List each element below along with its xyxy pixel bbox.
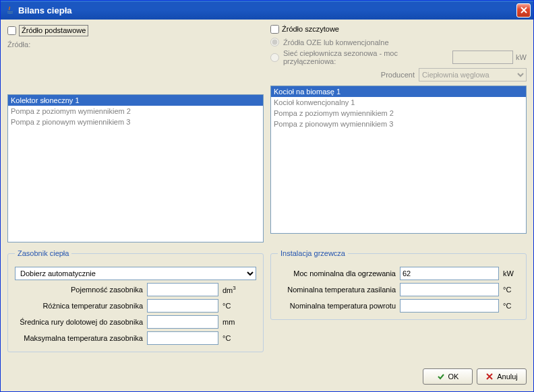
- install-power-input[interactable]: [400, 267, 499, 280]
- install-power-unit: kW: [503, 269, 519, 277]
- radio-oze-label: Źródła OZE lub konwencjonalne: [283, 38, 389, 46]
- java-icon: [5, 5, 16, 15]
- source-peak-label: Źródło szczytowe: [282, 25, 341, 34]
- list-item[interactable]: Kocioł na biomasę 1: [271, 86, 526, 97]
- ok-button[interactable]: OK: [423, 368, 473, 385]
- install-returntemp-input[interactable]: [400, 299, 499, 313]
- radio-oze-row: Źródła OZE lub konwencjonalne: [270, 38, 527, 46]
- tank-capacity-row: Pojemność zasobnika dm3: [15, 283, 256, 296]
- tank-pipediam-label: Średnica rury dolotowej do zasobnika: [15, 318, 143, 326]
- tank-tempdiff-input[interactable]: [147, 299, 218, 313]
- net-power-unit: kW: [516, 53, 527, 61]
- close-button[interactable]: [516, 3, 531, 18]
- install-returntemp-unit: °C: [503, 302, 519, 310]
- producer-label: Producent: [381, 71, 415, 79]
- list-item[interactable]: Kocioł konwencjonalny 1: [271, 97, 526, 108]
- tank-maxtemp-row: Maksymalna temperatura zasobnika °C: [15, 331, 256, 345]
- button-bar: OK Anuluj: [1, 363, 533, 391]
- tank-legend: Zasobnik ciepła: [15, 249, 71, 257]
- list-item[interactable]: Kolektor słoneczny 1: [8, 95, 263, 106]
- cancel-icon: [485, 372, 494, 381]
- source-basic-row: Źródło podstawowe: [7, 25, 264, 36]
- producer-row: Producent Ciepłownia węglowa: [270, 68, 527, 81]
- radio-net-row: Sieć ciepłownicza sezonowa - moc przyłąc…: [270, 49, 527, 65]
- tank-capacity-input[interactable]: [147, 283, 218, 296]
- source-basic-label: Źródło podstawowe: [19, 25, 88, 36]
- sources-label: Źródła:: [7, 40, 264, 48]
- tank-capacity-label: Pojemność zasobnika: [15, 286, 143, 294]
- titlebar: Bilans ciepła: [1, 1, 533, 20]
- right-group-col: Instalacja grzewcza Moc nominalna dla og…: [270, 242, 527, 352]
- bottom-columns: Zasobnik ciepła Dobierz automatycznie Po…: [7, 242, 527, 352]
- net-power-input[interactable]: [452, 51, 513, 64]
- source-basic-checkbox[interactable]: [7, 26, 16, 35]
- tank-tempdiff-unit: °C: [222, 302, 243, 310]
- radio-net[interactable]: [270, 53, 279, 62]
- tank-auto-row: Dobierz automatycznie: [15, 267, 256, 280]
- cancel-button[interactable]: Anuluj: [477, 368, 527, 385]
- list-item[interactable]: Pompa z pionowym wymiennikiem 3: [8, 117, 263, 127]
- producer-select[interactable]: Ciepłownia węglowa: [419, 68, 527, 81]
- tank-pipediam-row: Średnica rury dolotowej do zasobnika mm: [15, 315, 256, 329]
- close-icon: [521, 5, 527, 15]
- top-columns: Źródło podstawowe Źródła: Kolektor słone…: [7, 25, 527, 242]
- tank-auto-select[interactable]: Dobierz automatycznie: [15, 267, 256, 280]
- list-item[interactable]: Pompa z pionowym wymiennikiem 3: [271, 119, 526, 129]
- left-column: Źródło podstawowe Źródła: Kolektor słone…: [7, 25, 264, 242]
- list-item[interactable]: Pompa z poziomym wymiennikiem 2: [271, 108, 526, 119]
- list-item[interactable]: Pompa z poziomym wymiennikiem 2: [8, 106, 263, 117]
- content-area: Źródło podstawowe Źródła: Kolektor słone…: [1, 20, 533, 363]
- tank-group: Zasobnik ciepła Dobierz automatycznie Po…: [7, 249, 264, 352]
- source-peak-row: Źródło szczytowe: [270, 25, 527, 34]
- install-power-label: Moc nominalna dla ogrzewania: [278, 269, 396, 277]
- install-returntemp-row: Nominalna temperatura powrotu °C: [278, 299, 519, 313]
- peak-options: Źródła OZE lub konwencjonalne Sieć ciepł…: [270, 38, 527, 81]
- right-listbox[interactable]: Kocioł na biomasę 1Kocioł konwencjonalny…: [270, 86, 527, 234]
- source-peak-checkbox[interactable]: [270, 25, 279, 34]
- dialog-window: Bilans ciepła Źródło podstawowe Źródła: …: [0, 0, 534, 392]
- window-title: Bilans ciepła: [18, 5, 516, 15]
- right-column: Źródło szczytowe Źródła OZE lub konwencj…: [270, 25, 527, 242]
- install-legend: Instalacja grzewcza: [278, 249, 348, 257]
- cancel-button-label: Anuluj: [497, 372, 518, 381]
- tank-tempdiff-row: Różnica temperatur zasobnika °C: [15, 299, 256, 313]
- left-group-col: Zasobnik ciepła Dobierz automatycznie Po…: [7, 242, 264, 352]
- tank-pipediam-input[interactable]: [147, 315, 218, 329]
- tank-capacity-unit: dm3: [222, 285, 243, 294]
- tank-tempdiff-label: Różnica temperatur zasobnika: [15, 302, 143, 310]
- ok-button-label: OK: [448, 372, 459, 381]
- install-supplytemp-row: Nominalna temperatura zasilania °C: [278, 283, 519, 296]
- install-power-row: Moc nominalna dla ogrzewania kW: [278, 267, 519, 280]
- radio-oze[interactable]: [270, 38, 279, 46]
- tank-maxtemp-input[interactable]: [147, 331, 218, 345]
- left-listbox[interactable]: Kolektor słoneczny 1Pompa z poziomym wym…: [7, 94, 264, 242]
- tank-maxtemp-label: Maksymalna temperatura zasobnika: [15, 334, 143, 342]
- install-supplytemp-unit: °C: [503, 286, 519, 294]
- install-supplytemp-label: Nominalna temperatura zasilania: [278, 286, 396, 294]
- install-supplytemp-input[interactable]: [400, 283, 499, 296]
- install-group: Instalacja grzewcza Moc nominalna dla og…: [270, 249, 527, 320]
- check-icon: [437, 372, 445, 381]
- tank-maxtemp-unit: °C: [222, 334, 243, 342]
- install-returntemp-label: Nominalna temperatura powrotu: [278, 302, 396, 310]
- radio-net-label: Sieć ciepłownicza sezonowa - moc przyłąc…: [283, 49, 448, 65]
- tank-pipediam-unit: mm: [222, 318, 243, 326]
